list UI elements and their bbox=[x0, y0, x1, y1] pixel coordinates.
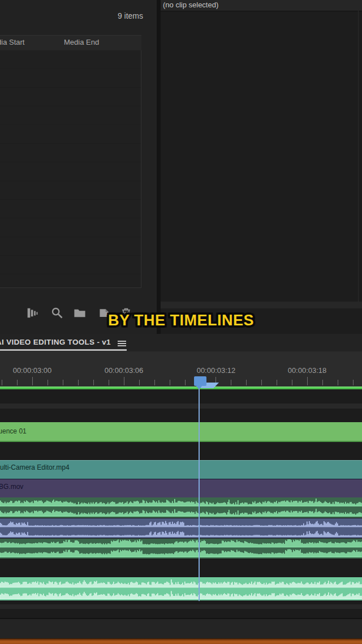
audio-track-4[interactable] bbox=[0, 577, 362, 600]
folder-icon[interactable] bbox=[74, 307, 86, 319]
items-count: 9 items bbox=[0, 11, 143, 20]
ruler-tick bbox=[93, 380, 94, 385]
ruler-tick bbox=[170, 380, 170, 385]
panel-divider[interactable] bbox=[157, 0, 161, 334]
video-clip-multicamera[interactable]: Multi-Camera Editor.mp4 bbox=[0, 460, 362, 479]
video-caption-overlay: BY THE TIMELINES bbox=[108, 312, 254, 329]
ruler-tick bbox=[109, 380, 109, 385]
clip-label: Sequence 01 bbox=[0, 422, 27, 441]
ruler-tick bbox=[124, 377, 124, 385]
source-panel-header: (no clip selected) bbox=[161, 0, 362, 11]
ruler-tick bbox=[338, 380, 338, 385]
search-icon[interactable] bbox=[51, 307, 63, 319]
ruler-tick bbox=[78, 380, 79, 385]
ruler-tick bbox=[322, 380, 323, 385]
project-panel: 9 items Media Start Media End bbox=[0, 0, 157, 334]
playhead-line[interactable] bbox=[199, 387, 200, 601]
ruler-tick bbox=[2, 380, 2, 385]
ruler-tick bbox=[353, 380, 354, 385]
ruler-tick bbox=[261, 380, 262, 385]
ruler-tick bbox=[17, 380, 18, 385]
panel-edge-line bbox=[358, 11, 359, 302]
ruler-tick bbox=[48, 380, 48, 385]
ruler-tick bbox=[154, 380, 155, 385]
ruler-tick bbox=[246, 380, 247, 385]
ruler-tick bbox=[292, 380, 292, 385]
ruler-tick bbox=[231, 380, 231, 385]
ruler-tick bbox=[139, 380, 140, 385]
list-view-icon[interactable] bbox=[27, 307, 40, 319]
column-header-media-start[interactable]: Media Start bbox=[0, 38, 24, 46]
project-list-header: Media Start Media End bbox=[0, 35, 141, 51]
timeline-ruler[interactable]: 00:00:03:0000:00:03:0600:00:03:1200:00:0… bbox=[0, 351, 362, 387]
playhead-marker-tip bbox=[196, 385, 202, 389]
video-clip-sequence-01[interactable]: Sequence 01 bbox=[0, 422, 362, 442]
premiere-pro-screen: 9 items Media Start Media End bbox=[0, 0, 362, 644]
ruler-timecode: 00:00:03:00 bbox=[13, 366, 52, 375]
video-clip-bg-mov[interactable]: BG.mov bbox=[0, 479, 362, 497]
audio-track-2[interactable] bbox=[0, 518, 362, 538]
empty-track-band[interactable] bbox=[0, 604, 362, 609]
timeline-tab-bar: AI VIDEO EDITING TOOLS - v1 bbox=[0, 334, 362, 351]
timeline-bottom-panel bbox=[0, 619, 362, 638]
panel-menu-icon[interactable] bbox=[118, 341, 126, 346]
active-tab-underline bbox=[0, 349, 127, 351]
tab-sequence-name[interactable]: AI VIDEO EDITING TOOLS - v1 bbox=[0, 338, 111, 346]
audio-track-1[interactable] bbox=[0, 497, 362, 518]
source-monitor-panel: (no clip selected) bbox=[161, 0, 362, 334]
ruler-tick bbox=[63, 380, 63, 385]
timeline-tracks-area: Sequence 01 Multi-Camera Editor.mp4 BG.m… bbox=[0, 389, 362, 644]
ruler-tick bbox=[277, 380, 277, 385]
no-clip-selected-label: (no clip selected) bbox=[163, 1, 218, 9]
panel-bottom-band bbox=[161, 302, 362, 308]
ruler-timecode: 00:00:03:06 bbox=[105, 366, 144, 375]
ruler-timecode: 00:00:03:12 bbox=[197, 366, 236, 375]
ruler-tick bbox=[185, 380, 186, 385]
clip-label: BG.mov bbox=[0, 479, 23, 494]
bottom-video-strip bbox=[0, 638, 362, 644]
render-preview-bar bbox=[0, 387, 362, 389]
playhead-marker[interactable] bbox=[194, 376, 206, 386]
project-list-area[interactable] bbox=[0, 50, 141, 288]
empty-track-band[interactable] bbox=[0, 403, 362, 409]
ruler-tick bbox=[32, 377, 33, 385]
ruler-tick bbox=[307, 377, 308, 385]
column-header-media-end[interactable]: Media End bbox=[64, 38, 99, 46]
ruler-timecode: 00:00:03:18 bbox=[288, 366, 327, 375]
audio-track-3[interactable] bbox=[0, 539, 362, 559]
clip-label: Multi-Camera Editor.mp4 bbox=[0, 461, 70, 474]
